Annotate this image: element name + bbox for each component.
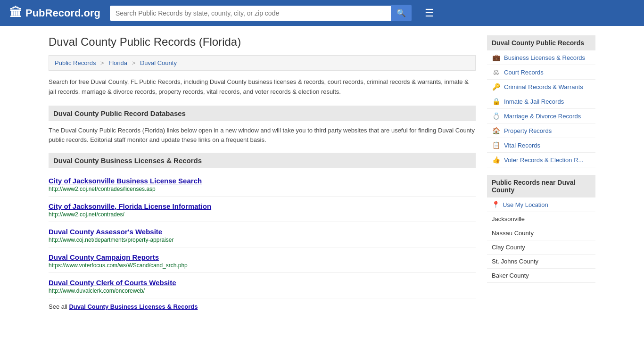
sidebar-records-label: Vital Records <box>504 142 540 149</box>
business-link-block: City of Jacksonville, Florida License In… <box>49 198 476 222</box>
databases-section-header: Duval County Public Record Databases <box>49 106 476 121</box>
sidebar-records-item[interactable]: ⚖Court Records <box>487 65 595 80</box>
business-link-title[interactable]: City of Jacksonville Business License Se… <box>49 177 202 185</box>
business-link-title[interactable]: Duval County Clerk of Courts Website <box>49 279 176 287</box>
sidebar-nearby-item[interactable]: Baker County <box>487 269 595 283</box>
use-location-label: Use My Location <box>503 201 548 208</box>
nearby-sidebar-section: Public Records near Duval County 📍Use My… <box>487 175 595 283</box>
see-all-area: See all Duval County Business Licenses &… <box>49 303 476 310</box>
sidebar: Duval County Public Records 💼Business Li… <box>487 35 595 310</box>
header: 🏛 PubRecord.org 🔍 ☰ <box>0 0 644 26</box>
sidebar-records-icon: 🏠 <box>492 127 500 134</box>
business-link-block: Duval County Clerk of Courts Websitehttp… <box>49 275 476 298</box>
nearby-sidebar-title: Public Records near Duval County <box>487 175 595 197</box>
business-link-url: http://www.coj.net/departments/property-… <box>49 237 476 243</box>
sidebar-records-item[interactable]: 🔑Criminal Records & Warrants <box>487 80 595 94</box>
sidebar-records-item[interactable]: 👍Voter Records & Election R... <box>487 153 595 167</box>
see-all-label: See all <box>49 303 67 310</box>
business-link-url: http://www2.coj.net/contrades/licenses.a… <box>49 186 476 192</box>
search-icon: 🔍 <box>396 9 406 17</box>
hamburger-button[interactable]: ☰ <box>425 7 434 19</box>
business-link-block: Duval County Assessor's Websitehttp://ww… <box>49 224 476 247</box>
business-link-title[interactable]: Duval County Assessor's Website <box>49 228 162 236</box>
sidebar-nearby-items: 📍Use My LocationJacksonvilleNassau Count… <box>487 197 595 283</box>
location-icon: 📍 <box>492 201 500 208</box>
sidebar-nearby-item[interactable]: Nassau County <box>487 226 595 240</box>
business-link-url: https://www.voterfocus.com/ws/WScand/can… <box>49 262 476 269</box>
sidebar-records-label: Marriage & Divorce Records <box>504 113 581 120</box>
records-sidebar-title: Duval County Public Records <box>487 35 595 50</box>
main-container: Duval County Public Records (Florida) Pu… <box>39 26 605 320</box>
page-title: Duval County Public Records (Florida) <box>49 35 476 49</box>
sidebar-nearby-item[interactable]: Jacksonville <box>487 212 595 226</box>
sidebar-records-label: Property Records <box>504 127 552 134</box>
logo-icon: 🏛 <box>9 6 22 20</box>
sidebar-records-item[interactable]: 🏠Property Records <box>487 123 595 138</box>
business-link-title[interactable]: Duval County Campaign Reports <box>49 253 159 261</box>
sidebar-records-items: 💼Business Licenses & Records⚖Court Recor… <box>487 50 595 167</box>
sidebar-use-location[interactable]: 📍Use My Location <box>487 197 595 212</box>
sidebar-nearby-item[interactable]: Clay County <box>487 240 595 255</box>
logo[interactable]: 🏛 PubRecord.org <box>9 6 100 20</box>
records-sidebar-section: Duval County Public Records 💼Business Li… <box>487 35 595 167</box>
breadcrumb: Public Records > Florida > Duval County <box>49 55 476 71</box>
business-link-url: http://www.duvalclerk.com/oncoreweb/ <box>49 288 476 294</box>
sidebar-nearby-item[interactable]: St. Johns County <box>487 255 595 269</box>
sidebar-records-icon: 📋 <box>492 141 500 149</box>
breadcrumb-public-records[interactable]: Public Records <box>55 59 96 66</box>
business-link-block: Duval County Campaign Reportshttps://www… <box>49 249 476 273</box>
sidebar-records-icon: 🔑 <box>492 83 500 90</box>
business-section-header: Duval County Business Licenses & Records <box>49 153 476 168</box>
sidebar-records-item[interactable]: 💼Business Licenses & Records <box>487 50 595 65</box>
breadcrumb-sep-2: > <box>132 59 136 66</box>
sidebar-records-icon: 👍 <box>492 156 500 164</box>
breadcrumb-sep-1: > <box>100 59 104 66</box>
see-all-link[interactable]: Duval County Business Licenses & Records <box>69 303 198 310</box>
intro-text: Search for free Duval County, FL Public … <box>49 77 476 97</box>
sidebar-records-item[interactable]: 💍Marriage & Divorce Records <box>487 109 595 123</box>
hamburger-icon: ☰ <box>425 7 434 19</box>
sidebar-records-label: Criminal Records & Warrants <box>504 83 583 90</box>
breadcrumb-duval-county[interactable]: Duval County <box>140 59 177 66</box>
sidebar-records-icon: 💍 <box>492 112 500 120</box>
databases-section-desc: The Duval County Public Records (Florida… <box>49 126 476 146</box>
sidebar-records-label: Voter Records & Election R... <box>504 156 583 164</box>
breadcrumb-florida[interactable]: Florida <box>108 59 127 66</box>
business-link-block: City of Jacksonville Business License Se… <box>49 173 476 197</box>
logo-text: PubRecord.org <box>25 7 100 19</box>
sidebar-records-item[interactable]: 📋Vital Records <box>487 138 595 153</box>
sidebar-records-icon: 💼 <box>492 54 500 61</box>
business-link-title[interactable]: City of Jacksonville, Florida License In… <box>49 202 211 210</box>
business-link-url: http://www2.coj.net/contrades/ <box>49 211 476 218</box>
business-links-list: City of Jacksonville Business License Se… <box>49 173 476 298</box>
search-input[interactable] <box>110 6 391 21</box>
sidebar-records-label: Inmate & Jail Records <box>504 98 564 105</box>
sidebar-records-label: Court Records <box>504 69 544 76</box>
search-button[interactable]: 🔍 <box>391 5 412 21</box>
sidebar-records-item[interactable]: 🔒Inmate & Jail Records <box>487 94 595 109</box>
search-container: 🔍 <box>110 5 412 21</box>
sidebar-records-label: Business Licenses & Records <box>504 54 585 61</box>
content-area: Duval County Public Records (Florida) Pu… <box>49 35 476 310</box>
sidebar-records-icon: 🔒 <box>492 98 500 105</box>
sidebar-records-icon: ⚖ <box>492 68 500 76</box>
